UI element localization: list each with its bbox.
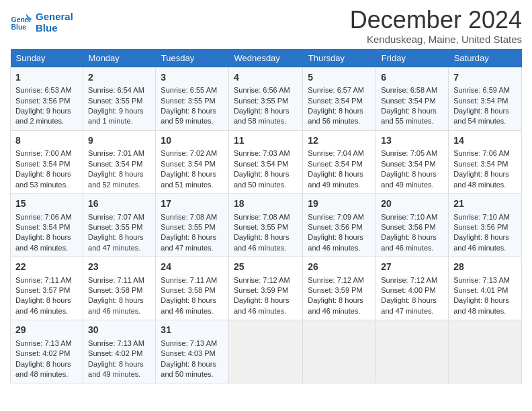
sunrise: Sunrise: 7:11 AM: [161, 275, 224, 285]
calendar-cell: 28Sunrise: 7:13 AMSunset: 4:01 PMDayligh…: [449, 257, 522, 320]
sunset: Sunset: 3:55 PM: [234, 222, 298, 232]
sunset: Sunset: 3:55 PM: [161, 96, 224, 106]
calendar-cell: 12Sunrise: 7:04 AMSunset: 3:54 PMDayligh…: [303, 130, 376, 193]
header-wednesday: Wednesday: [228, 49, 302, 68]
calendar-cell: 5Sunrise: 6:57 AMSunset: 3:54 PMDaylight…: [303, 67, 376, 130]
calendar-cell: 4Sunrise: 6:56 AMSunset: 3:55 PMDaylight…: [228, 67, 302, 130]
day-number: 11: [234, 134, 298, 148]
calendar-cell: 17Sunrise: 7:08 AMSunset: 3:55 PMDayligh…: [156, 193, 229, 257]
calendar-week-2: 8Sunrise: 7:00 AMSunset: 3:54 PMDaylight…: [11, 130, 522, 193]
calendar-week-4: 22Sunrise: 7:11 AMSunset: 3:57 PMDayligh…: [11, 257, 522, 320]
calendar-cell: 1Sunrise: 6:53 AMSunset: 3:56 PMDaylight…: [11, 67, 83, 130]
sunrise: Sunrise: 7:01 AM: [88, 148, 150, 158]
sunset: Sunset: 3:55 PM: [88, 222, 150, 232]
day-number: 24: [161, 261, 224, 274]
sunset: Sunset: 3:54 PM: [88, 159, 150, 169]
sunrise: Sunrise: 6:53 AM: [15, 85, 78, 95]
sunset: Sunset: 3:55 PM: [88, 96, 150, 106]
day-number: 10: [161, 134, 224, 148]
daylight: Daylight: 8 hours and 56 minutes.: [308, 106, 371, 127]
daylight: Daylight: 8 hours and 46 minutes.: [308, 232, 371, 253]
sunrise: Sunrise: 6:58 AM: [381, 85, 443, 95]
sunrise: Sunrise: 7:13 AM: [453, 275, 517, 285]
calendar-cell: 9Sunrise: 7:01 AMSunset: 3:54 PMDaylight…: [83, 130, 156, 193]
sunset: Sunset: 3:58 PM: [161, 285, 224, 295]
sunset: Sunset: 3:54 PM: [381, 96, 443, 106]
sunrise: Sunrise: 7:05 AM: [381, 148, 443, 158]
daylight: Daylight: 8 hours and 46 minutes.: [234, 295, 298, 316]
daylight: Daylight: 8 hours and 55 minutes.: [381, 106, 443, 127]
sunset: Sunset: 4:02 PM: [88, 349, 150, 359]
calendar-cell: [376, 320, 449, 383]
daylight: Daylight: 8 hours and 51 minutes.: [161, 169, 224, 190]
sunset: Sunset: 4:02 PM: [15, 349, 78, 359]
sunset: Sunset: 3:54 PM: [15, 222, 78, 232]
sunrise: Sunrise: 6:59 AM: [453, 85, 517, 95]
calendar-cell: 7Sunrise: 6:59 AMSunset: 3:54 PMDaylight…: [449, 67, 522, 130]
logo-line2: Blue: [36, 22, 73, 34]
day-number: 22: [15, 261, 78, 274]
day-number: 26: [308, 261, 371, 274]
daylight: Daylight: 8 hours and 52 minutes.: [88, 169, 150, 190]
day-number: 31: [161, 324, 224, 337]
sunset: Sunset: 3:54 PM: [381, 159, 443, 169]
calendar-cell: 11Sunrise: 7:03 AMSunset: 3:54 PMDayligh…: [228, 130, 302, 193]
day-number: 29: [15, 324, 78, 337]
daylight: Daylight: 9 hours and 1 minute.: [88, 106, 150, 127]
daylight: Daylight: 8 hours and 53 minutes.: [15, 169, 78, 190]
sunrise: Sunrise: 7:13 AM: [161, 338, 224, 349]
sunset: Sunset: 3:59 PM: [308, 285, 371, 295]
sunset: Sunset: 3:54 PM: [308, 96, 371, 106]
daylight: Daylight: 8 hours and 46 minutes.: [161, 295, 224, 316]
daylight: Daylight: 8 hours and 46 minutes.: [453, 232, 517, 253]
sunset: Sunset: 3:57 PM: [15, 285, 78, 295]
sunrise: Sunrise: 6:56 AM: [234, 85, 298, 95]
sunrise: Sunrise: 7:11 AM: [15, 275, 78, 285]
calendar-cell: 10Sunrise: 7:02 AMSunset: 3:54 PMDayligh…: [156, 130, 229, 193]
sunrise: Sunrise: 6:54 AM: [88, 85, 150, 95]
calendar-header-row: SundayMondayTuesdayWednesdayThursdayFrid…: [11, 49, 522, 68]
sunset: Sunset: 4:00 PM: [381, 285, 443, 295]
day-number: 27: [381, 261, 443, 274]
day-number: 17: [161, 197, 224, 211]
sunset: Sunset: 3:56 PM: [453, 222, 517, 232]
calendar-week-5: 29Sunrise: 7:13 AMSunset: 4:02 PMDayligh…: [11, 320, 522, 383]
header-tuesday: Tuesday: [156, 49, 229, 68]
sunset: Sunset: 3:58 PM: [88, 285, 150, 295]
daylight: Daylight: 8 hours and 47 minutes.: [88, 232, 150, 253]
day-number: 21: [453, 197, 517, 211]
sunrise: Sunrise: 7:10 AM: [381, 212, 443, 222]
sunset: Sunset: 3:59 PM: [234, 285, 298, 295]
day-number: 16: [88, 197, 150, 211]
calendar-week-1: 1Sunrise: 6:53 AMSunset: 3:56 PMDaylight…: [11, 67, 522, 130]
day-number: 19: [308, 197, 371, 211]
daylight: Daylight: 8 hours and 46 minutes.: [88, 295, 150, 316]
calendar-cell: 21Sunrise: 7:10 AMSunset: 3:56 PMDayligh…: [449, 193, 522, 257]
calendar-cell: 27Sunrise: 7:12 AMSunset: 4:00 PMDayligh…: [376, 257, 449, 320]
day-number: 2: [88, 71, 150, 85]
daylight: Daylight: 8 hours and 50 minutes.: [234, 169, 298, 190]
calendar-week-3: 15Sunrise: 7:06 AMSunset: 3:54 PMDayligh…: [11, 193, 522, 257]
daylight: Daylight: 8 hours and 46 minutes.: [15, 295, 78, 316]
daylight: Daylight: 8 hours and 50 minutes.: [161, 359, 224, 380]
sunrise: Sunrise: 7:06 AM: [15, 212, 78, 222]
header: General Blue General Blue December 2024 …: [10, 7, 522, 45]
sunrise: Sunrise: 7:09 AM: [308, 212, 371, 222]
sunrise: Sunrise: 7:12 AM: [234, 275, 298, 285]
day-number: 20: [381, 197, 443, 211]
calendar-cell: 16Sunrise: 7:07 AMSunset: 3:55 PMDayligh…: [83, 193, 156, 257]
calendar-cell: [449, 320, 522, 383]
day-number: 5: [308, 71, 371, 85]
calendar-cell: 24Sunrise: 7:11 AMSunset: 3:58 PMDayligh…: [156, 257, 229, 320]
day-number: 6: [381, 71, 443, 85]
sunrise: Sunrise: 7:00 AM: [15, 148, 78, 158]
sunset: Sunset: 4:01 PM: [453, 285, 517, 295]
daylight: Daylight: 8 hours and 59 minutes.: [161, 106, 224, 127]
calendar-cell: 13Sunrise: 7:05 AMSunset: 3:54 PMDayligh…: [376, 130, 449, 193]
logo-line1: General: [36, 11, 73, 22]
day-number: 13: [381, 134, 443, 148]
calendar-cell: 25Sunrise: 7:12 AMSunset: 3:59 PMDayligh…: [228, 257, 302, 320]
day-number: 14: [453, 134, 517, 148]
daylight: Daylight: 9 hours and 2 minutes.: [15, 106, 78, 127]
subtitle: Kenduskeag, Maine, United States: [350, 34, 522, 45]
